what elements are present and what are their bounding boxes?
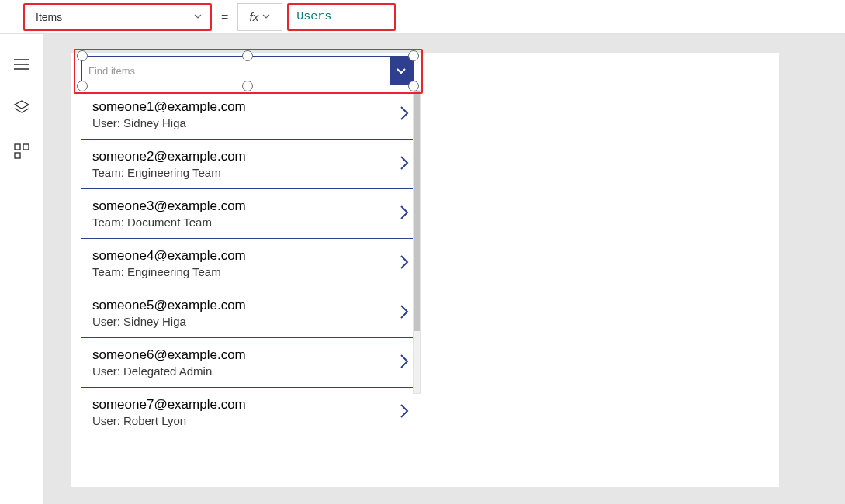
property-dropdown-label: Items xyxy=(36,11,62,23)
canvas-wrap: someone1@example.comUser: Sidney Higasom… xyxy=(43,34,845,504)
gallery-item[interactable]: someone1@example.comUser: Sidney Higa xyxy=(81,90,421,140)
gallery-item[interactable]: someone4@example.comTeam: Engineering Te… xyxy=(81,239,421,288)
chevron-down-icon xyxy=(193,11,203,23)
gallery-item-subtitle: Team: Engineering Team xyxy=(92,265,246,278)
gallery-item-title: someone4@example.com xyxy=(92,248,246,264)
formula-bar-spacer xyxy=(396,3,845,31)
main-area: someone1@example.comUser: Sidney Higasom… xyxy=(0,34,845,504)
gallery-item-text: someone6@example.comUser: Delegated Admi… xyxy=(92,347,246,378)
gallery-item-subtitle: Team: Engineering Team xyxy=(92,166,246,179)
chevron-right-icon[interactable] xyxy=(398,402,415,423)
gallery-item[interactable]: someone3@example.comTeam: Document Team xyxy=(81,189,421,239)
gallery-item-title: someone7@example.com xyxy=(92,397,246,413)
gallery-item[interactable]: someone7@example.comUser: Robert Lyon xyxy=(81,388,421,437)
svg-rect-5 xyxy=(23,144,29,150)
gallery-item-title: someone6@example.com xyxy=(92,347,246,363)
combobox-input[interactable] xyxy=(82,57,390,85)
chevron-down-icon xyxy=(261,12,271,22)
svg-rect-4 xyxy=(15,144,20,150)
side-rail xyxy=(0,34,43,504)
fx-button[interactable]: fx xyxy=(237,3,282,31)
gallery-item-text: someone4@example.comTeam: Engineering Te… xyxy=(92,248,246,278)
gallery-item-title: someone1@example.com xyxy=(92,99,246,115)
app-canvas[interactable]: someone1@example.comUser: Sidney Higasom… xyxy=(71,53,779,487)
formula-input[interactable]: Users xyxy=(287,3,396,31)
components-icon[interactable] xyxy=(13,143,30,160)
equals-sign: = xyxy=(221,10,228,24)
gallery-item-subtitle: User: Sidney Higa xyxy=(92,116,246,129)
gallery-item[interactable]: someone6@example.comUser: Delegated Admi… xyxy=(81,338,421,388)
gallery-item-title: someone2@example.com xyxy=(92,149,246,164)
svg-marker-3 xyxy=(15,101,29,109)
svg-rect-6 xyxy=(15,153,20,158)
property-dropdown[interactable]: Items xyxy=(23,3,212,31)
gallery-item-subtitle: User: Robert Lyon xyxy=(92,414,246,427)
formula-text: Users xyxy=(296,10,331,23)
fx-label: fx xyxy=(250,10,259,23)
gallery-item-text: someone3@example.comTeam: Document Team xyxy=(92,198,246,229)
gallery-item[interactable]: someone2@example.comTeam: Engineering Te… xyxy=(81,140,421,189)
gallery-item-text: someone1@example.comUser: Sidney Higa xyxy=(92,99,246,129)
scrollbar[interactable] xyxy=(413,90,421,394)
hamburger-icon[interactable] xyxy=(13,56,30,73)
gallery-item[interactable]: someone5@example.comUser: Sidney Higa xyxy=(81,288,421,338)
scrollbar-thumb[interactable] xyxy=(414,91,420,331)
gallery: someone1@example.comUser: Sidney Higasom… xyxy=(81,90,421,478)
gallery-item-text: someone7@example.comUser: Robert Lyon xyxy=(92,397,246,427)
combobox-open-button[interactable] xyxy=(390,57,413,85)
gallery-item-subtitle: User: Delegated Admin xyxy=(92,364,246,378)
gallery-item-title: someone5@example.com xyxy=(92,298,246,313)
gallery-item-subtitle: User: Sidney Higa xyxy=(92,315,246,328)
formula-bar: Items = fx Users xyxy=(0,0,845,34)
gallery-item-subtitle: Team: Document Team xyxy=(92,216,246,229)
layers-icon[interactable] xyxy=(13,99,30,116)
combobox-control[interactable] xyxy=(81,56,414,85)
gallery-item-text: someone5@example.comUser: Sidney Higa xyxy=(92,298,246,328)
gallery-item-text: someone2@example.comTeam: Engineering Te… xyxy=(92,149,246,179)
gallery-item-title: someone3@example.com xyxy=(92,198,246,214)
